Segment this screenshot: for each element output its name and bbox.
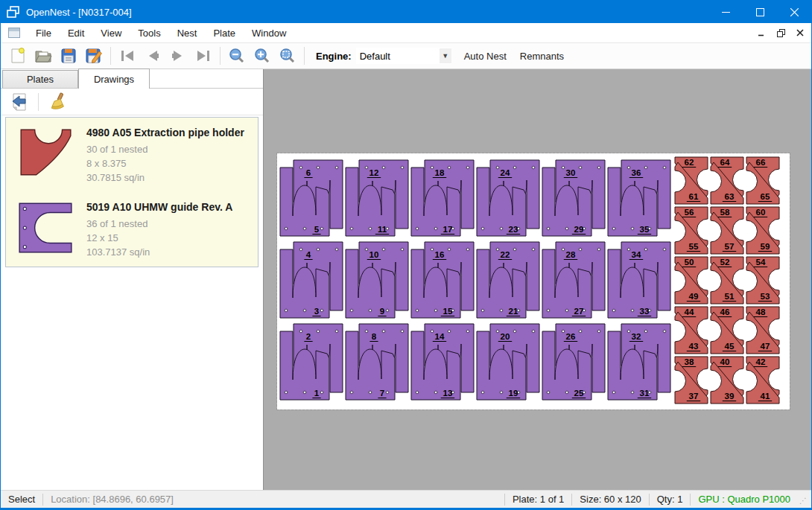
drawing-item-uhmw-guide[interactable]: 5019 A10 UHMW guide Rev. A 36 of 1 neste… (6, 192, 258, 267)
close-button[interactable] (777, 1, 811, 23)
red-part-pair[interactable]: 5049 (675, 257, 708, 304)
save-icon (60, 48, 77, 64)
open-file-button[interactable] (31, 45, 56, 67)
new-file-icon (10, 47, 26, 65)
svg-text:16: 16 (435, 250, 445, 259)
svg-text:55: 55 (689, 242, 699, 251)
status-size: Size: 60 x 120 (572, 494, 648, 505)
go-next-button[interactable] (165, 45, 191, 67)
tab-drawings[interactable]: Drawings (78, 68, 150, 89)
red-part-pair[interactable]: 5857 (711, 207, 743, 254)
import-drawing-button[interactable] (7, 91, 32, 113)
auto-nest-button[interactable]: Auto Nest (457, 47, 513, 66)
zoom-in-button[interactable] (250, 45, 275, 67)
menu-view[interactable]: View (92, 25, 130, 42)
minimize-button[interactable] (708, 1, 743, 23)
svg-text:15: 15 (443, 307, 453, 316)
purple-part-pair[interactable]: 3231 (608, 324, 670, 400)
menu-nest[interactable]: Nest (169, 25, 206, 42)
svg-text:35: 35 (640, 225, 650, 234)
new-file-button[interactable] (5, 45, 31, 67)
purple-part-pair[interactable]: 109 (346, 242, 408, 318)
red-part-pair[interactable]: 5251 (711, 257, 743, 304)
red-part-pair[interactable]: 4039 (711, 357, 743, 404)
purple-part-pair[interactable]: 43 (280, 242, 343, 318)
purple-part-pair[interactable]: 2423 (477, 160, 539, 236)
menu-edit[interactable]: Edit (60, 25, 92, 42)
purple-part-pair[interactable]: 87 (346, 324, 408, 400)
svg-text:57: 57 (725, 242, 735, 251)
purple-part-pair[interactable]: 1817 (411, 160, 474, 236)
purple-part-pair[interactable]: 1211 (346, 160, 408, 236)
toolbar-separator (110, 47, 111, 65)
purple-part-pair[interactable]: 2827 (542, 242, 605, 318)
red-part-pair[interactable]: 4443 (675, 307, 708, 354)
nest-canvas[interactable]: 6512111817242330293635431091615222128273… (263, 69, 811, 490)
remnants-button[interactable]: Remnants (513, 47, 571, 66)
menu-bar: File Edit View Tools Nest Plate Window (1, 23, 811, 42)
svg-text:32: 32 (632, 332, 641, 341)
engine-label: Engine: (316, 51, 352, 62)
purple-part-pair[interactable]: 65 (280, 160, 343, 236)
red-part-pair[interactable]: 3837 (675, 357, 708, 404)
go-last-icon (195, 49, 212, 63)
red-part-pair[interactable]: 6059 (746, 207, 779, 254)
purple-part-pair[interactable]: 2221 (477, 242, 539, 318)
chevron-down-icon[interactable]: ▼ (440, 48, 451, 63)
clear-drawings-button[interactable] (45, 91, 70, 113)
purple-part-pair[interactable]: 3635 (608, 160, 670, 236)
red-part-pair[interactable]: 4847 (746, 307, 779, 354)
red-part-pair[interactable]: 4645 (711, 307, 743, 354)
menu-file[interactable]: File (28, 25, 60, 42)
purple-part-pair[interactable]: 3029 (542, 160, 605, 236)
broom-icon (48, 92, 66, 112)
svg-text:48: 48 (756, 307, 766, 316)
status-bar: Select Location: [84.8696, 60.6957] Plat… (1, 490, 811, 508)
purple-part-pair[interactable]: 1615 (411, 242, 474, 318)
red-part-pair[interactable]: 5655 (675, 207, 708, 254)
purple-part-pair[interactable]: 3433 (608, 242, 670, 318)
tab-plates[interactable]: Plates (2, 70, 78, 88)
save-as-button[interactable] (81, 45, 107, 67)
svg-text:56: 56 (685, 208, 694, 217)
maximize-button[interactable] (743, 1, 777, 23)
red-part-pair[interactable]: 4241 (746, 357, 779, 404)
purple-part-pair[interactable]: 2019 (477, 324, 539, 400)
svg-text:8: 8 (372, 332, 377, 341)
red-part-pair[interactable]: 6463 (711, 157, 743, 204)
go-next-icon (171, 49, 185, 63)
svg-text:28: 28 (566, 250, 576, 259)
mdi-restore-button[interactable] (773, 25, 789, 40)
go-last-button[interactable] (191, 45, 216, 67)
save-button[interactable] (56, 45, 81, 67)
svg-text:26: 26 (566, 332, 576, 341)
go-first-icon (119, 49, 136, 63)
engine-combobox[interactable]: Default ▼ (356, 48, 451, 64)
purple-part-pair[interactable]: 21 (280, 324, 343, 400)
purple-part-pair[interactable]: 1413 (411, 324, 474, 400)
menu-window[interactable]: Window (244, 25, 294, 42)
red-part-pair[interactable]: 5453 (746, 257, 779, 304)
mdi-document-icon[interactable] (8, 28, 20, 38)
resize-grip[interactable]: ⋰ (799, 497, 810, 507)
mdi-close-button[interactable] (792, 25, 808, 40)
zoom-extents-button[interactable] (275, 45, 300, 67)
menu-tools[interactable]: Tools (130, 25, 168, 42)
menu-plate[interactable]: Plate (205, 25, 244, 42)
go-previous-button[interactable] (140, 45, 165, 67)
svg-text:59: 59 (761, 242, 770, 251)
svg-text:33: 33 (640, 307, 650, 316)
svg-text:46: 46 (720, 307, 730, 316)
drawing-nested-count: 36 of 1 nested (86, 217, 232, 231)
svg-text:50: 50 (685, 258, 694, 267)
red-part-pair[interactable]: 6261 (675, 157, 708, 204)
mdi-minimize-button[interactable] (753, 25, 770, 40)
plate-sheet[interactable]: 6512111817242330293635431091615222128273… (277, 153, 790, 409)
go-first-button[interactable] (115, 45, 140, 67)
zoom-out-button[interactable] (224, 45, 250, 67)
svg-text:18: 18 (435, 168, 445, 177)
purple-part-pair[interactable]: 2625 (542, 324, 605, 400)
drawing-item-pipe-holder[interactable]: 4980 A05 Extraction pipe holder 30 of 1 … (6, 118, 258, 192)
toolbar-separator (38, 93, 39, 111)
red-part-pair[interactable]: 6665 (746, 157, 779, 204)
